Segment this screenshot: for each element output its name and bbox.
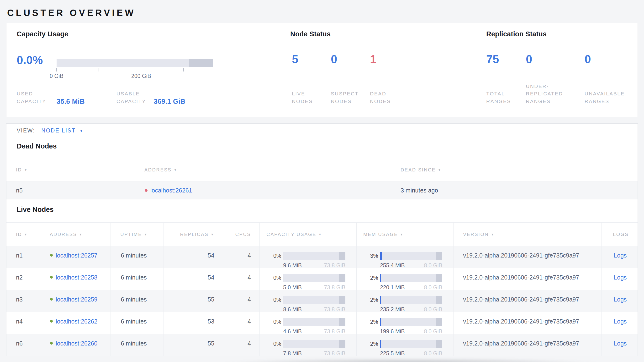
sort-desc-icon: ▼ — [24, 233, 28, 236]
mem-total-value: 8.0 GiB — [424, 263, 442, 268]
stat-value: 0 — [331, 54, 337, 65]
logs-link[interactable]: Logs — [614, 340, 626, 347]
capacity-percent: 0% — [266, 253, 281, 259]
live-node-row: n4 localhost:26262 6 minutes 53 4 0% — [6, 312, 638, 334]
node-address-link[interactable]: localhost:26262 — [56, 318, 98, 325]
node-id: n3 — [6, 290, 40, 312]
stat-value: 0 — [526, 54, 532, 65]
replication-stat: 0 UNDER-REPLICATED RANGES — [526, 54, 584, 105]
node-id: n6 — [6, 334, 40, 356]
column-header-uptime[interactable]: UPTIME▼ — [110, 223, 164, 246]
version-value: v19.2.0-alpha.20190606-2491-gfe735c9a97 — [453, 312, 601, 334]
mem-used-segment — [380, 296, 381, 304]
mem-percent: 2% — [363, 341, 378, 347]
capacity-other-segment — [339, 274, 346, 282]
mem-used-value: 235.2 MiB — [380, 307, 405, 312]
capacity-total-value: 73.8 GiB — [324, 263, 346, 268]
column-header-logs: LOGS — [601, 223, 637, 246]
sort-desc-icon: ▼ — [24, 168, 28, 172]
mem-usage-cell: 2% 235.2 MiB 8.0 GiB — [356, 290, 453, 312]
column-header-version[interactable]: VERSION▼ — [453, 223, 601, 246]
replicas-value: 54 — [164, 246, 223, 268]
live-node-row: n1 localhost:26257 6 minutes 54 4 0% — [6, 246, 638, 268]
axis-tick-label: 0 GiB — [50, 73, 64, 79]
column-header-cpus: CPUS — [223, 223, 260, 246]
mem-usage-cell: 2% 199.6 MiB 8.0 GiB — [356, 312, 453, 334]
mem-other-segment — [436, 274, 442, 282]
capacity-used-value: 5.0 MiB — [283, 285, 302, 290]
node-status-stat: 0 SUSPECT NODES — [331, 54, 370, 105]
capacity-percent: 0% — [266, 275, 281, 281]
live-nodes-table: ID▼ ADDRESS▼ UPTIME▼ REPLICAS▼ CPUS CAPA… — [6, 222, 638, 356]
logs-link[interactable]: Logs — [614, 252, 626, 259]
logs-link[interactable]: Logs — [614, 296, 626, 303]
capacity-used-percent: 0.0% — [17, 55, 43, 66]
sort-desc-icon: ▼ — [400, 233, 404, 236]
stat-label: LIVE NODES — [292, 90, 331, 105]
column-header-address[interactable]: ADDRESS▼ — [40, 223, 110, 246]
capacity-used-value: 4.6 MiB — [283, 329, 302, 334]
sort-desc-icon: ▼ — [438, 168, 441, 172]
column-header-mem-usage[interactable]: MEM USAGE▼ — [356, 223, 453, 246]
node-address-link[interactable]: localhost:26260 — [56, 340, 98, 347]
node-id: n4 — [6, 312, 40, 334]
mem-used-segment — [380, 274, 381, 282]
dead-nodes-header-row: ID▼ ADDRESS▼ DEAD SINCE▼ — [6, 158, 638, 182]
node-address-link[interactable]: localhost:26259 — [56, 296, 98, 303]
used-capacity-value: 35.6 MiB — [56, 98, 85, 105]
axis-tick-label: 200 GiB — [131, 73, 151, 79]
dead-nodes-rows: n5 localhost:26261 3 minutes ago — [6, 182, 638, 200]
cpus-value: 4 — [223, 334, 260, 356]
mem-total-value: 8.0 GiB — [424, 307, 442, 312]
node-address-link[interactable]: localhost:26257 — [56, 252, 98, 259]
mem-percent: 2% — [363, 319, 378, 325]
chevron-down-icon: ▼ — [80, 129, 84, 133]
dead-nodes-heading: Dead Nodes — [17, 142, 57, 150]
stat-value: 5 — [292, 54, 298, 65]
dead-since-value: 3 minutes ago — [391, 182, 638, 199]
node-id: n1 — [6, 246, 40, 268]
mem-usage-cell: 2% 225.5 MiB 8.0 GiB — [356, 334, 453, 356]
sort-desc-icon: ▼ — [144, 233, 148, 236]
replication-stat: 0 UNAVAILABLE RANGES — [584, 54, 640, 105]
node-address-link[interactable]: localhost:26258 — [56, 274, 98, 281]
sort-desc-icon: ▼ — [79, 233, 82, 236]
used-capacity-label: USED CAPACITY — [17, 90, 54, 105]
dead-status-icon — [145, 189, 148, 192]
node-address-link[interactable]: localhost:26261 — [150, 187, 192, 194]
view-selector-dropdown[interactable]: NODE LIST ▼ — [41, 127, 84, 134]
stat-label: UNDER-REPLICATED RANGES — [526, 83, 584, 105]
column-header-dead-since[interactable]: DEAD SINCE▼ — [391, 158, 638, 182]
capacity-percent: 0% — [266, 341, 281, 347]
replicas-value: 55 — [164, 334, 223, 356]
dead-node-row: n5 localhost:26261 3 minutes ago — [6, 182, 638, 200]
cpus-value: 4 — [223, 268, 260, 290]
live-node-row: n2 localhost:26258 6 minutes 54 4 0% — [6, 268, 638, 290]
column-header-address[interactable]: ADDRESS▼ — [134, 158, 391, 182]
capacity-total-value: 73.8 GiB — [324, 285, 346, 290]
column-header-id[interactable]: ID▼ — [6, 223, 40, 246]
mem-total-value: 8.0 GiB — [424, 285, 442, 290]
mem-used-value: 255.4 MiB — [380, 263, 405, 268]
logs-link[interactable]: Logs — [614, 318, 626, 325]
capacity-usage-cell: 0% 5.0 MiB 73.8 GiB — [260, 268, 356, 290]
mem-bar — [380, 274, 442, 282]
column-header-capacity-usage[interactable]: CAPACITY USAGE▼ — [260, 223, 356, 246]
mem-usage-cell: 3% 255.4 MiB 8.0 GiB — [356, 246, 453, 268]
capacity-usage-cell: 0% 4.6 MiB 73.8 GiB — [260, 312, 356, 334]
mem-total-value: 8.0 GiB — [424, 351, 442, 356]
mem-percent: 2% — [363, 275, 378, 281]
node-status-title: Node Status — [290, 30, 330, 38]
capacity-bar — [283, 340, 346, 348]
column-header-id[interactable]: ID▼ — [6, 158, 134, 182]
column-header-replicas[interactable]: REPLICAS▼ — [164, 223, 223, 246]
version-value: v19.2.0-alpha.20190606-2491-gfe735c9a97 — [453, 268, 601, 290]
logs-link[interactable]: Logs — [614, 274, 626, 281]
sort-desc-icon: ▼ — [174, 168, 177, 172]
uptime-value: 6 minutes — [110, 290, 164, 312]
stat-label: DEAD NODES — [370, 90, 408, 105]
node-status-stat: 5 LIVE NODES — [292, 54, 331, 105]
view-selected-option: NODE LIST — [41, 127, 76, 134]
stat-label: TOTAL RANGES — [486, 90, 526, 105]
view-label: VIEW: — [17, 127, 35, 134]
